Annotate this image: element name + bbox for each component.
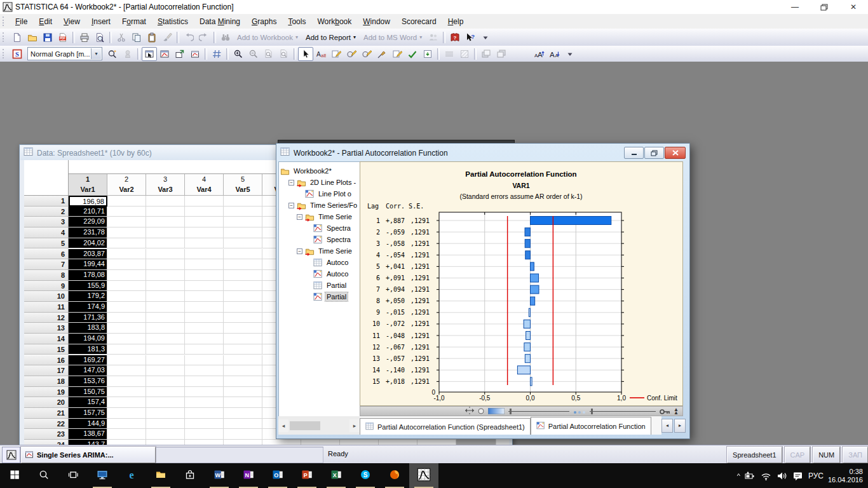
save-icon[interactable] <box>40 30 55 44</box>
taskbar-file-explorer[interactable] <box>146 463 175 488</box>
grid-cell[interactable] <box>146 344 185 355</box>
grid-options-icon[interactable] <box>209 47 224 61</box>
key-icon[interactable] <box>660 405 670 417</box>
column-header-var1[interactable]: 1Var1 <box>69 174 107 196</box>
tree-item-time-series-fo[interactable]: −Time Series/Fo <box>279 200 360 211</box>
tab-partial-autocorrelation-function-spreads[interactable]: Partial Autocorrelation Function (Spread… <box>360 418 531 435</box>
case-header[interactable]: 13 <box>24 323 69 334</box>
taskbar-start-button[interactable] <box>0 463 29 488</box>
pan-slider[interactable] <box>590 411 656 412</box>
grid-cell[interactable] <box>107 429 146 440</box>
grid-cell[interactable] <box>224 291 262 302</box>
grid-cell[interactable]: 194,09 <box>69 334 107 344</box>
bring-forward-icon[interactable] <box>478 47 494 61</box>
grid-cell[interactable] <box>185 270 224 281</box>
draw-ellipse-icon[interactable] <box>344 47 359 61</box>
taskbar-task-view-button[interactable] <box>58 463 88 488</box>
statusbar-app-icon[interactable] <box>2 447 20 463</box>
pick-point-icon[interactable] <box>374 47 390 61</box>
tree-item-autoco[interactable]: Autoco <box>279 257 360 268</box>
grid-cell[interactable] <box>185 429 224 440</box>
tree-item-time-serie[interactable]: −Time Serie <box>279 245 360 257</box>
workbook-window[interactable]: Workbook2* - Partial Autocorrelation Fun… <box>276 143 690 439</box>
grid-cell[interactable] <box>224 281 262 292</box>
tree-collapse-icon[interactable]: − <box>297 214 302 220</box>
wifi-icon[interactable] <box>761 470 772 482</box>
taskbar-word[interactable]: W <box>205 463 234 488</box>
fill-pattern-icon[interactable] <box>457 47 472 61</box>
grid-cell[interactable] <box>146 376 185 387</box>
case-header[interactable]: 14 <box>24 334 69 344</box>
open-icon[interactable] <box>25 30 40 44</box>
tree-collapse-icon[interactable]: − <box>288 180 294 186</box>
send-backward-icon[interactable] <box>494 47 509 61</box>
edit-note-icon[interactable] <box>329 47 344 61</box>
case-header[interactable]: 17 <box>24 365 69 376</box>
case-header[interactable]: 9 <box>24 281 69 292</box>
case-header[interactable]: 11 <box>24 302 69 313</box>
tab-partial-autocorrelation-function[interactable]: Partial Autocorrelation Function <box>531 417 651 435</box>
taskbar-statistica[interactable] <box>409 463 438 488</box>
workbook-close-button[interactable] <box>665 147 686 159</box>
more-options-icon[interactable] <box>562 47 578 61</box>
grid-cell[interactable] <box>185 281 224 292</box>
grid-cell[interactable]: 229,09 <box>69 217 107 227</box>
grid-cell[interactable] <box>107 227 146 238</box>
case-header[interactable]: 4 <box>24 227 69 238</box>
add-to-ms-word-button[interactable]: Add to MS Word▾ <box>360 32 426 43</box>
small-graph-icon[interactable] <box>187 47 203 61</box>
grid-corner[interactable] <box>24 160 69 196</box>
grid-cell[interactable] <box>146 440 185 445</box>
grid-cell[interactable] <box>107 440 146 445</box>
tab-scroll-right-icon[interactable]: ▸ <box>349 419 360 432</box>
grid-cell[interactable]: 174,9 <box>69 302 107 313</box>
case-header[interactable]: 16 <box>24 355 69 366</box>
draw-polyline-icon[interactable] <box>390 47 405 61</box>
grid-cell[interactable] <box>185 365 224 376</box>
battery-icon[interactable] <box>745 470 756 482</box>
workbook-minimize-button[interactable] <box>624 147 644 159</box>
grid-cell[interactable] <box>224 217 262 227</box>
grid-cell[interactable] <box>224 365 262 376</box>
grid-cell[interactable] <box>107 408 146 419</box>
redo-icon[interactable] <box>196 30 212 44</box>
column-header-var4[interactable]: 4Var4 <box>185 174 224 196</box>
grid-cell[interactable] <box>185 397 224 408</box>
case-header[interactable]: 7 <box>24 259 69 270</box>
menu-workbook[interactable]: Workbook <box>311 17 357 26</box>
grid-cell[interactable] <box>185 387 224 398</box>
text-label-icon[interactable]: AaB <box>313 47 329 61</box>
grid-cell[interactable] <box>185 291 224 302</box>
notifications-icon[interactable] <box>792 470 804 482</box>
case-header[interactable]: 1 <box>24 196 69 207</box>
case-header[interactable]: 23 <box>24 429 69 440</box>
grid-cell[interactable] <box>107 365 146 376</box>
grid-cell[interactable] <box>107 217 146 227</box>
pointer-icon[interactable] <box>298 47 313 61</box>
cut-icon[interactable] <box>114 30 129 44</box>
grid-cell[interactable] <box>146 334 185 344</box>
grid-cell[interactable] <box>224 387 262 398</box>
help-icon[interactable]: ? <box>447 30 463 44</box>
case-header[interactable]: 2 <box>24 207 69 217</box>
grid-cell[interactable] <box>224 334 262 344</box>
grid-cell[interactable] <box>185 217 224 227</box>
grid-cell[interactable] <box>107 334 146 344</box>
minimize-button[interactable]: — <box>780 0 810 14</box>
grid-cell[interactable] <box>224 238 262 249</box>
grid-cell[interactable] <box>224 408 262 419</box>
stamp-icon[interactable] <box>120 47 135 61</box>
menu-help[interactable]: Help <box>442 17 470 26</box>
add-to-report-button[interactable]: Add to Report▾ <box>302 32 360 43</box>
taskbar-excel[interactable]: X <box>322 463 351 488</box>
grid-cell[interactable]: 171,36 <box>69 313 107 323</box>
grid-cell[interactable] <box>146 227 185 238</box>
toolbar-options-icon[interactable] <box>478 30 493 44</box>
tab-next-icon[interactable]: ▸ <box>674 419 686 433</box>
menu-format[interactable]: Format <box>116 17 152 26</box>
grid-cell[interactable] <box>107 397 146 408</box>
grid-cell[interactable] <box>224 397 262 408</box>
status-panel-spreadsheet1[interactable]: Spreadsheet1 <box>727 447 782 463</box>
status-panel-cap[interactable]: CAP <box>785 447 811 463</box>
zoom-out-icon[interactable] <box>246 47 261 61</box>
